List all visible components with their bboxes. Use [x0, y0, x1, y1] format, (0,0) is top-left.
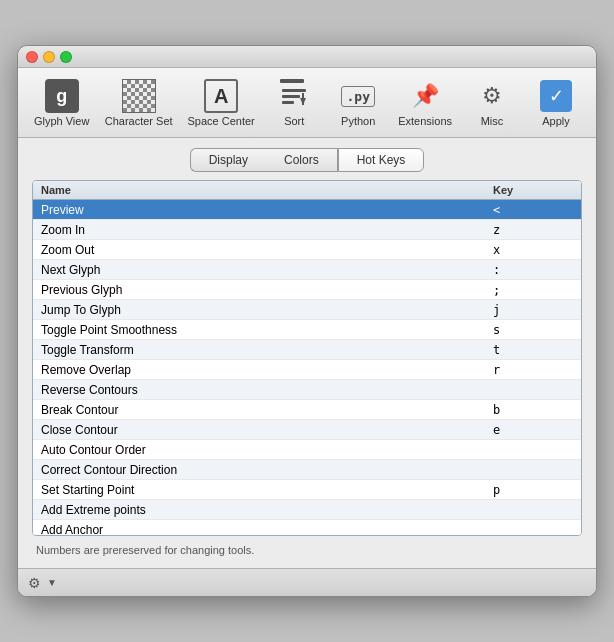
row-key: b	[493, 403, 573, 417]
toolbar-label-glyph-view: Glyph View	[34, 115, 89, 127]
table-row[interactable]: Break Contourb	[33, 400, 581, 420]
maximize-button[interactable]	[60, 51, 72, 63]
table-row[interactable]: Add Extreme points	[33, 500, 581, 520]
table-row[interactable]: Toggle Transformt	[33, 340, 581, 360]
row-name: Correct Contour Direction	[41, 463, 493, 477]
table-row[interactable]: Add Anchor	[33, 520, 581, 535]
apply-icon: ✓	[540, 80, 572, 112]
tab-display[interactable]: Display	[190, 148, 266, 172]
row-name: Add Extreme points	[41, 503, 493, 517]
sort-icon	[280, 79, 308, 113]
toolbar-item-space-center[interactable]: A Space Center	[182, 74, 260, 131]
status-text: Numbers are prereserved for changing too…	[36, 544, 254, 556]
traffic-lights	[26, 51, 72, 63]
bottom-bar: ⚙ ▼	[18, 568, 596, 596]
row-name: Reverse Contours	[41, 383, 493, 397]
row-name: Toggle Transform	[41, 343, 493, 357]
row-name: Remove Overlap	[41, 363, 493, 377]
table-row[interactable]: Correct Contour Direction	[33, 460, 581, 480]
row-name: Next Glyph	[41, 263, 493, 277]
table-row[interactable]: Zoom Outx	[33, 240, 581, 260]
table-row[interactable]: Toggle Point Smoothnesss	[33, 320, 581, 340]
gear-button[interactable]: ⚙	[28, 575, 41, 591]
minimize-button[interactable]	[43, 51, 55, 63]
row-name: Auto Contour Order	[41, 443, 493, 457]
toolbar-label-python: Python	[341, 115, 375, 127]
col-header-key: Key	[493, 184, 573, 196]
row-key: s	[493, 323, 573, 337]
character-set-icon	[122, 79, 156, 113]
hot-keys-table: Name Key Preview<Zoom InzZoom OutxNext G…	[32, 180, 582, 536]
row-name: Zoom Out	[41, 243, 493, 257]
row-key: <	[493, 203, 573, 217]
table-header: Name Key	[33, 181, 581, 200]
toolbar-item-python[interactable]: .py Python	[328, 74, 388, 131]
toolbar-item-apply[interactable]: ✓ Apply	[526, 74, 586, 131]
row-key: r	[493, 363, 573, 377]
svg-rect-1	[282, 95, 300, 98]
row-key: :	[493, 263, 573, 277]
toolbar-label-apply: Apply	[542, 115, 570, 127]
row-name: Break Contour	[41, 403, 493, 417]
glyph-view-icon: g	[45, 79, 79, 113]
toolbar-item-misc[interactable]: ⚙ Misc	[462, 74, 522, 131]
table-row[interactable]: Zoom Inz	[33, 220, 581, 240]
toolbar-label-extensions: Extensions	[398, 115, 452, 127]
toolbar-label-misc: Misc	[481, 115, 504, 127]
toolbar-item-extensions[interactable]: 📌 Extensions	[392, 74, 458, 131]
titlebar	[18, 46, 596, 68]
row-name: Preview	[41, 203, 493, 217]
table-row[interactable]: Set Starting Pointp	[33, 480, 581, 500]
table-row[interactable]: Preview<	[33, 200, 581, 220]
toolbar-label-character-set: Character Set	[105, 115, 173, 127]
table-scroll-area[interactable]: Preview<Zoom InzZoom OutxNext Glyph:Prev…	[33, 200, 581, 535]
content-area: Display Colors Hot Keys Name Key Preview…	[18, 138, 596, 568]
toolbar-item-sort[interactable]: Sort	[264, 74, 324, 131]
row-name: Previous Glyph	[41, 283, 493, 297]
dropdown-arrow-icon[interactable]: ▼	[47, 577, 57, 588]
row-name: Close Contour	[41, 423, 493, 437]
row-key: e	[493, 423, 573, 437]
toolbar: g Glyph View Character Set A Space Cente…	[18, 68, 596, 138]
main-window: g Glyph View Character Set A Space Cente…	[17, 45, 597, 597]
status-bar: Numbers are prereserved for changing too…	[32, 542, 582, 558]
row-name: Jump To Glyph	[41, 303, 493, 317]
toolbar-label-sort: Sort	[284, 115, 304, 127]
row-key: z	[493, 223, 573, 237]
table-row[interactable]: Close Contoure	[33, 420, 581, 440]
space-center-icon: A	[204, 79, 238, 113]
row-key: t	[493, 343, 573, 357]
toolbar-item-character-set[interactable]: Character Set	[99, 74, 178, 131]
tab-hot-keys[interactable]: Hot Keys	[338, 148, 425, 172]
python-icon: .py	[341, 86, 374, 107]
table-row[interactable]: Next Glyph:	[33, 260, 581, 280]
table-row[interactable]: Jump To Glyphj	[33, 300, 581, 320]
tab-bar: Display Colors Hot Keys	[32, 148, 582, 172]
table-row[interactable]: Previous Glyph;	[33, 280, 581, 300]
toolbar-item-glyph-view[interactable]: g Glyph View	[28, 74, 95, 131]
row-key: ;	[493, 283, 573, 297]
row-name: Add Anchor	[41, 523, 493, 536]
row-name: Set Starting Point	[41, 483, 493, 497]
svg-rect-0	[282, 89, 306, 92]
toolbar-label-space-center: Space Center	[188, 115, 255, 127]
row-key: p	[493, 483, 573, 497]
row-name: Toggle Point Smoothness	[41, 323, 493, 337]
misc-icon: ⚙	[482, 83, 502, 109]
row-key: x	[493, 243, 573, 257]
close-button[interactable]	[26, 51, 38, 63]
table-row[interactable]: Reverse Contours	[33, 380, 581, 400]
table-row[interactable]: Remove Overlapr	[33, 360, 581, 380]
extensions-icon: 📌	[412, 83, 439, 109]
svg-rect-2	[282, 101, 294, 104]
tab-colors[interactable]: Colors	[266, 148, 338, 172]
table-row[interactable]: Auto Contour Order	[33, 440, 581, 460]
row-key: j	[493, 303, 573, 317]
col-header-name: Name	[41, 184, 493, 196]
row-name: Zoom In	[41, 223, 493, 237]
